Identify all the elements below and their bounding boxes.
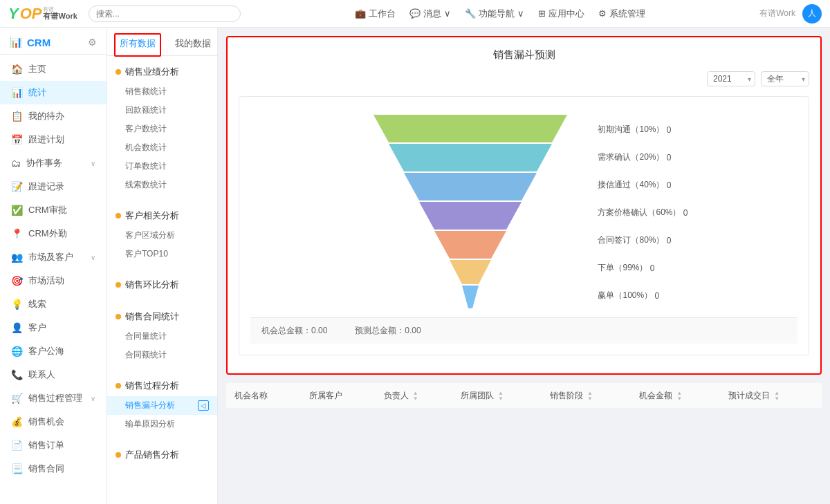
svg-marker-3 bbox=[419, 202, 522, 230]
col-close-date[interactable]: 预计成交日 ▲ ▼ bbox=[720, 383, 822, 409]
followlog-icon: 📝 bbox=[11, 181, 23, 192]
dot-orange-icon3 bbox=[116, 282, 121, 288]
funnel-label-5: 下单（99%） 0 bbox=[598, 254, 688, 282]
item-lead-count[interactable]: 线索数统计 bbox=[107, 176, 217, 194]
col-owner[interactable]: 负责人 ▲ ▼ bbox=[376, 383, 452, 409]
sidebar-item-salesprocess[interactable]: 🛒 销售过程管理 bbox=[0, 386, 107, 410]
settings-gear-icon[interactable]: ⚙ bbox=[88, 37, 97, 48]
svg-marker-2 bbox=[404, 173, 537, 200]
active-indicator: ◁ bbox=[198, 400, 209, 411]
item-contract-amount[interactable]: 合同额统计 bbox=[107, 346, 217, 364]
svg-marker-6 bbox=[462, 286, 479, 308]
funnel-label-2: 接信通过（40%） 0 bbox=[598, 171, 688, 199]
sidebar-item-stats[interactable]: 📊 统计 bbox=[0, 81, 107, 104]
col-amount[interactable]: 机会金额 ▲ ▼ bbox=[631, 383, 720, 409]
year-select[interactable]: 2021 2020 2019 bbox=[707, 71, 755, 86]
sidebar-item-activities[interactable]: 🎯 市场活动 bbox=[0, 269, 107, 292]
item-payment-amount[interactable]: 回款额统计 bbox=[107, 101, 217, 120]
sidebar-item-publicpool[interactable]: 🌐 客户公海 bbox=[0, 339, 107, 363]
funnel-svg bbox=[360, 115, 581, 310]
contacts-icon: 📞 bbox=[11, 369, 23, 380]
item-sales-funnel[interactable]: 销售漏斗分析 ◁ bbox=[107, 396, 217, 415]
group-sales-process: 销售过程分析 销售漏斗分析 ◁ 输单原因分析 bbox=[107, 370, 217, 439]
table-card: 机会名称 所属客户 负责人 ▲ ▼ bbox=[226, 383, 822, 409]
activities-icon: 🎯 bbox=[11, 275, 23, 286]
funnel-footer: 机会总金额：0.00 预测总金额：0.00 bbox=[250, 317, 797, 344]
followplan-icon: 📅 bbox=[11, 134, 23, 145]
second-nav-tabs: 所有数据 我的数据 bbox=[107, 28, 217, 56]
sidebar-item-crmaudit[interactable]: ✅ CRM审批 bbox=[0, 198, 107, 222]
svg-marker-1 bbox=[389, 144, 552, 171]
top-nav: YOP 有谱 有谱Work 💼 工作台 💬 消息 ∨ 🔧 功能导航 ∨ ⊞ 应用… bbox=[0, 0, 830, 28]
sidebar-item-leads[interactable]: 💡 线索 bbox=[0, 292, 107, 316]
collab-icon: 🗂 bbox=[11, 158, 21, 169]
group-product-analysis: 产品销售分析 bbox=[107, 439, 217, 471]
crm-icon: 📊 bbox=[10, 36, 23, 48]
sidebar-item-customers[interactable]: 👤 客户 bbox=[0, 316, 107, 339]
item-customer-top10[interactable]: 客户TOP10 bbox=[107, 245, 217, 263]
nav-functions[interactable]: 🔧 功能导航 ∨ bbox=[465, 8, 524, 20]
order-icon: 📄 bbox=[11, 440, 23, 451]
period-select[interactable]: 全年 Q1 Q2 Q3 Q4 bbox=[761, 71, 809, 86]
sidebar-item-order[interactable]: 📄 销售订单 bbox=[0, 433, 107, 457]
top-nav-right: 有谱Work 人 bbox=[759, 4, 822, 24]
sidebar-item-crmfield[interactable]: 📍 CRM外勤 bbox=[0, 222, 107, 245]
tab-all-data[interactable]: 所有数据 bbox=[114, 33, 161, 57]
sidebar-item-contacts[interactable]: 📞 联系人 bbox=[0, 363, 107, 386]
item-customer-count[interactable]: 客户数统计 bbox=[107, 120, 217, 138]
item-contract-count[interactable]: 合同量统计 bbox=[107, 327, 217, 346]
nav-messages[interactable]: 💬 消息 ∨ bbox=[409, 8, 451, 20]
item-opportunity-count[interactable]: 机会数统计 bbox=[107, 138, 217, 157]
main-content: 销售漏斗预测 2021 2020 2019 全年 Q1 Q2 Q3 Q4 bbox=[218, 28, 830, 504]
sidebar-item-market[interactable]: 👥 市场及客户 bbox=[0, 245, 107, 269]
sidebar-item-home[interactable]: 🏠 主页 bbox=[0, 57, 107, 81]
funnel-inner-card: 初期沟通（10%） 0 需求确认（20%） 0 接信通过（40%） 0 方案价格… bbox=[239, 96, 809, 355]
data-table: 机会名称 所属客户 负责人 ▲ ▼ bbox=[226, 383, 822, 409]
sort-stage-icon: ▲ ▼ bbox=[587, 391, 593, 402]
workbench-icon: 💼 bbox=[355, 8, 366, 19]
search-input[interactable] bbox=[89, 6, 241, 22]
col-stage[interactable]: 销售阶段 ▲ ▼ bbox=[542, 383, 631, 409]
dot-orange-icon5 bbox=[116, 383, 121, 389]
funnel-chart-area: 初期沟通（10%） 0 需求确认（20%） 0 接信通过（40%） 0 方案价格… bbox=[250, 108, 797, 317]
sidebar-item-followlog[interactable]: 📝 跟进记录 bbox=[0, 175, 107, 198]
avatar[interactable]: 人 bbox=[802, 4, 822, 24]
second-nav: 所有数据 我的数据 销售业绩分析 销售额统计 回款额统计 客户数统计 机会数统计… bbox=[107, 28, 218, 504]
customers-icon: 👤 bbox=[11, 322, 23, 333]
messages-icon: 💬 bbox=[409, 8, 421, 19]
svg-marker-5 bbox=[450, 260, 491, 284]
sidebar-menu: 🏠 主页 📊 统计 📋 我的待办 📅 跟进计划 🗂 协作事务 📝 跟进记 bbox=[0, 55, 107, 483]
funnel-label-4: 合同签订（80%） 0 bbox=[598, 227, 688, 254]
item-sales-amount[interactable]: 销售额统计 bbox=[107, 82, 217, 101]
salesprocess-icon: 🛒 bbox=[11, 393, 23, 404]
nav-app-center[interactable]: ⊞ 应用中心 bbox=[538, 8, 584, 20]
leads-icon: 💡 bbox=[11, 299, 23, 310]
nav-system-admin[interactable]: ⚙ 系统管理 bbox=[598, 8, 645, 20]
sidebar-item-contract[interactable]: 📃 销售合同 bbox=[0, 457, 107, 480]
stats-icon: 📊 bbox=[11, 87, 23, 98]
group-customer-analysis: 客户相关分析 客户区域分析 客户TOP10 bbox=[107, 200, 217, 269]
item-lose-reason[interactable]: 输单原因分析 bbox=[107, 415, 217, 433]
svg-marker-0 bbox=[374, 115, 567, 142]
group-title-contract-stats: 销售合同统计 bbox=[107, 306, 217, 327]
sidebar-item-todo[interactable]: 📋 我的待办 bbox=[0, 104, 107, 128]
tab-my-data[interactable]: 我的数据 bbox=[172, 33, 214, 55]
item-customer-region[interactable]: 客户区域分析 bbox=[107, 226, 217, 245]
svg-marker-4 bbox=[434, 231, 506, 259]
dot-orange-icon bbox=[116, 69, 121, 75]
top-nav-items: 💼 工作台 💬 消息 ∨ 🔧 功能导航 ∨ ⊞ 应用中心 ⚙ 系统管理 bbox=[241, 8, 759, 20]
sidebar-item-collab[interactable]: 🗂 协作事务 bbox=[0, 151, 107, 175]
sidebar-item-opportunity[interactable]: 💰 销售机会 bbox=[0, 410, 107, 433]
sidebar-header: 📊 CRM ⚙ bbox=[0, 28, 107, 55]
funnel-label-6: 赢单（100%） 0 bbox=[598, 282, 688, 310]
group-title-sales-process: 销售过程分析 bbox=[107, 375, 217, 396]
app-center-icon: ⊞ bbox=[538, 8, 546, 19]
total-forecast: 预测总金额：0.00 bbox=[355, 325, 421, 337]
contract-icon: 📃 bbox=[11, 463, 23, 474]
sort-owner-icon: ▲ ▼ bbox=[413, 391, 418, 402]
item-order-count[interactable]: 订单数统计 bbox=[107, 157, 217, 176]
sidebar-item-followplan[interactable]: 📅 跟进计划 bbox=[0, 128, 107, 151]
nav-workbench[interactable]: 💼 工作台 bbox=[355, 8, 396, 20]
col-team[interactable]: 所属团队 ▲ ▼ bbox=[452, 383, 542, 409]
table-header-row: 机会名称 所属客户 负责人 ▲ ▼ bbox=[226, 383, 822, 409]
